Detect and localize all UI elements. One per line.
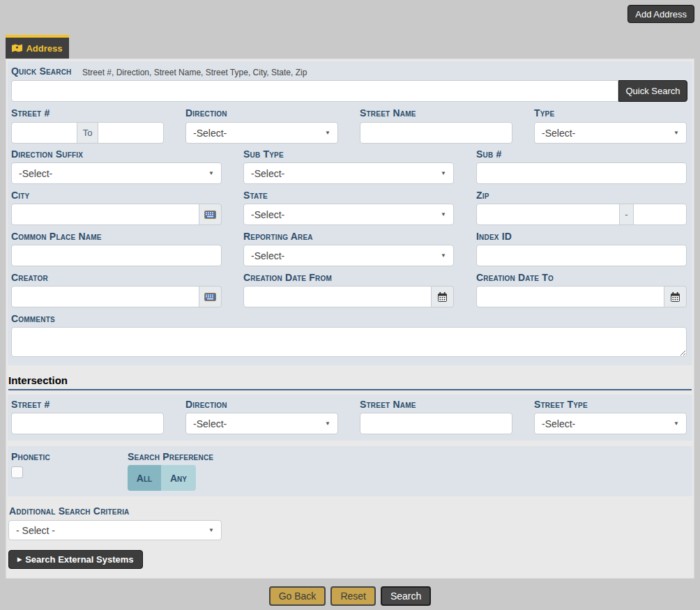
direction-select[interactable]: -Select- ▼ xyxy=(185,122,338,144)
creator-keyboard-button[interactable] xyxy=(199,286,222,307)
intersection-direction-select[interactable]: -Select- ▼ xyxy=(185,413,338,434)
type-select[interactable]: -Select- ▼ xyxy=(534,122,687,144)
preference-any-button[interactable]: Any xyxy=(161,465,196,491)
index-id-label: Index ID xyxy=(476,231,512,242)
chevron-down-icon: ▼ xyxy=(674,421,679,427)
zip-separator: - xyxy=(619,204,634,225)
common-place-name-input[interactable] xyxy=(11,245,222,266)
sub-type-label: Sub Type xyxy=(243,148,284,160)
calendar-icon xyxy=(671,292,680,302)
sub-type-select[interactable]: -Select- ▼ xyxy=(243,162,454,184)
search-preference-label: Search Preference xyxy=(128,451,213,462)
creation-date-from-calendar-button[interactable] xyxy=(431,286,454,307)
type-select-value: -Select- xyxy=(542,128,575,139)
go-back-button[interactable]: Go Back xyxy=(269,586,326,606)
quick-search-label: Quick Search xyxy=(11,66,72,77)
creation-date-to-group xyxy=(476,286,687,307)
intersection-street-number-input[interactable] xyxy=(11,413,164,434)
street-number-from-input[interactable] xyxy=(11,122,77,144)
chevron-down-icon: ▼ xyxy=(325,421,330,427)
chevron-down-icon: ▼ xyxy=(441,171,446,176)
street-name-label: Street Name xyxy=(360,107,416,119)
intersection-direction-select-value: -Select- xyxy=(193,418,227,429)
reporting-area-label: Reporting Area xyxy=(243,231,313,242)
map-icon xyxy=(12,44,22,52)
tab-address[interactable]: Address xyxy=(6,35,69,59)
search-preference-toggle: All Any xyxy=(128,465,196,491)
calendar-icon xyxy=(438,292,447,302)
creation-date-from-label: Creation Date From xyxy=(243,272,332,283)
creation-date-from-input[interactable] xyxy=(243,286,432,307)
city-keyboard-button[interactable] xyxy=(199,204,222,225)
creator-input[interactable] xyxy=(11,286,199,307)
state-label: State xyxy=(243,190,268,201)
direction-suffix-label: Direction Suffix xyxy=(11,148,83,160)
common-place-name-label: Common Place Name xyxy=(11,231,102,242)
intersection-street-type-select[interactable]: -Select- ▼ xyxy=(534,413,687,434)
additional-search-criteria-select-value: - Select - xyxy=(16,525,55,536)
creator-label: Creator xyxy=(11,272,48,283)
search-external-systems-label: Search External Systems xyxy=(25,554,133,565)
triangle-right-icon: ▶ xyxy=(17,557,22,563)
footer-actions: Go Back Reset Search xyxy=(0,586,700,606)
quick-search-input[interactable] xyxy=(11,80,618,102)
chevron-down-icon: ▼ xyxy=(441,212,446,218)
street-name-input[interactable] xyxy=(360,122,512,144)
intersection-street-name-label: Street Name xyxy=(360,399,416,410)
add-address-button[interactable]: Add Address xyxy=(627,5,694,23)
direction-select-value: -Select- xyxy=(193,128,227,139)
search-external-systems-button[interactable]: ▶ Search External Systems xyxy=(8,550,143,569)
search-button[interactable]: Search xyxy=(381,586,431,606)
intersection-direction-label: Direction xyxy=(185,399,227,410)
zip-label: Zip xyxy=(476,190,489,201)
comments-label: Comments xyxy=(11,313,55,324)
quick-search-button[interactable]: Quick Search xyxy=(618,80,687,102)
state-select-value: -Select- xyxy=(251,209,284,220)
preference-all-button[interactable]: All xyxy=(128,465,161,491)
city-input[interactable] xyxy=(11,204,199,225)
reporting-area-select-value: -Select- xyxy=(251,250,284,261)
chevron-down-icon: ▼ xyxy=(208,528,214,533)
chevron-down-icon: ▼ xyxy=(674,130,679,136)
additional-search-criteria-label: Additional Search Criteria xyxy=(9,505,130,517)
creation-date-to-calendar-button[interactable] xyxy=(664,286,687,307)
direction-label: Direction xyxy=(185,107,227,119)
street-number-to-separator: To xyxy=(77,122,98,144)
zip-input[interactable] xyxy=(476,204,620,225)
street-number-to-input[interactable] xyxy=(98,122,164,144)
city-group xyxy=(11,204,222,225)
state-select[interactable]: -Select- ▼ xyxy=(243,204,454,225)
city-label: City xyxy=(11,190,29,201)
chevron-down-icon: ▼ xyxy=(208,171,214,176)
comments-textarea[interactable] xyxy=(11,327,687,357)
phonetic-label: Phonetic xyxy=(11,451,50,462)
additional-search-criteria-select[interactable]: - Select - ▼ xyxy=(8,520,222,540)
intersection-street-number-label: Street # xyxy=(11,399,50,410)
zip-plus4-input[interactable] xyxy=(633,204,687,225)
sub-number-label: Sub # xyxy=(476,148,501,160)
chevron-down-icon: ▼ xyxy=(441,253,446,259)
intersection-street-name-input[interactable] xyxy=(360,413,512,434)
reporting-area-select[interactable]: -Select- ▼ xyxy=(243,245,454,266)
phonetic-checkbox[interactable] xyxy=(11,466,23,478)
direction-suffix-select-value: -Select- xyxy=(19,168,52,179)
creation-date-to-input[interactable] xyxy=(476,286,664,307)
keyboard-icon xyxy=(204,293,216,301)
tab-address-label: Address xyxy=(26,43,62,54)
intersection-street-type-label: Street Type xyxy=(534,399,588,410)
creation-date-to-label: Creation Date To xyxy=(476,272,554,283)
sub-type-select-value: -Select- xyxy=(251,168,284,179)
options-section xyxy=(8,446,692,496)
zip-group: - xyxy=(476,204,687,225)
intersection-heading: Intersection xyxy=(8,374,692,390)
direction-suffix-select[interactable]: -Select- ▼ xyxy=(11,162,222,184)
reset-button[interactable]: Reset xyxy=(330,586,376,606)
index-id-input[interactable] xyxy=(476,245,687,266)
chevron-down-icon: ▼ xyxy=(325,130,330,136)
sub-number-input[interactable] xyxy=(476,162,687,184)
type-label: Type xyxy=(534,107,554,119)
keyboard-icon xyxy=(204,211,216,219)
street-number-range-group: To xyxy=(11,122,164,144)
intersection-street-type-select-value: -Select- xyxy=(542,418,575,429)
creator-group xyxy=(11,286,222,307)
